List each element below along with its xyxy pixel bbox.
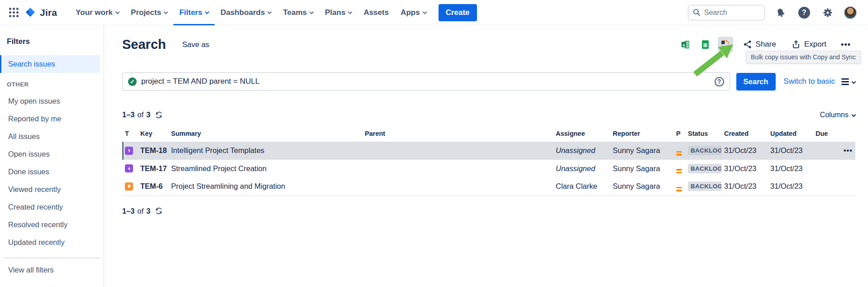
sidebar-item-updated-recently[interactable]: Updated recently <box>0 234 100 251</box>
priority-medium-icon <box>676 151 682 156</box>
priority-medium-icon <box>676 187 682 191</box>
sidebar-item-my-open-issues[interactable]: My open issues <box>0 92 100 110</box>
create-button[interactable]: Create <box>439 4 477 21</box>
chevron-down-icon <box>164 10 168 14</box>
issue-summary[interactable]: Intelligent Project Templates <box>168 142 362 160</box>
col-header-type[interactable]: T <box>122 127 138 142</box>
col-header-priority[interactable]: P <box>673 127 685 142</box>
brand-name: Jira <box>40 7 57 18</box>
nav-item-your-work[interactable]: Your work <box>70 0 125 25</box>
priority-medium-icon <box>676 169 682 173</box>
issue-summary[interactable]: Project Streamlining and Migration <box>168 177 362 196</box>
col-header-status[interactable]: Status <box>685 127 721 142</box>
nav-item-teams[interactable]: Teams <box>277 0 319 25</box>
share-icon <box>743 40 752 49</box>
sidebar-title: Filters <box>0 37 100 55</box>
issue-key[interactable]: TEM-17 <box>138 160 168 178</box>
refresh-button[interactable] <box>155 207 163 215</box>
google-sheets-icon <box>701 40 710 49</box>
search-button[interactable]: Search <box>736 73 776 91</box>
jira-logo[interactable]: Jira <box>25 7 57 19</box>
global-search[interactable] <box>688 5 765 20</box>
issue-due <box>813 177 841 196</box>
col-header-summary[interactable]: Summary <box>168 127 362 142</box>
refresh-button[interactable] <box>155 111 163 119</box>
refresh-icon <box>155 207 163 215</box>
notifications-button[interactable] <box>773 5 788 20</box>
export-sheets-button[interactable] <box>698 37 713 52</box>
issue-updated: 31/Oct/23 <box>768 177 813 196</box>
col-header-key[interactable]: Key <box>138 127 168 142</box>
help-button[interactable]: ? <box>796 5 812 20</box>
export-excel-button[interactable]: X <box>678 37 693 52</box>
nav-item-filters[interactable]: Filters <box>173 0 215 25</box>
row-actions-button[interactable]: ••• <box>844 147 853 155</box>
switch-to-basic-link[interactable]: Switch to basic <box>784 77 835 86</box>
header-actions: X <box>678 36 855 53</box>
view-options-button[interactable] <box>841 78 855 85</box>
chevron-down-icon <box>205 10 210 14</box>
jql-query-text[interactable]: project = TEM AND parent = NULL <box>141 77 710 86</box>
issue-due <box>813 160 841 178</box>
nav-item-projects[interactable]: Projects <box>125 0 173 25</box>
bulk-copy-tooltip: Bulk copy issues with Copy and Sync <box>746 51 861 63</box>
issue-created: 31/Oct/23 <box>721 177 768 196</box>
nav-item-apps[interactable]: Apps <box>395 0 432 25</box>
sidebar-item-view-all-filters[interactable]: View all filters <box>0 261 100 279</box>
jql-input[interactable]: ✓ project = TEM AND parent = NULL ? <box>122 72 730 91</box>
search-input[interactable] <box>704 9 754 17</box>
nav-item-dashboards[interactable]: Dashboards <box>215 0 277 25</box>
col-header-reporter[interactable]: Reporter <box>610 127 673 142</box>
sidebar-item-done-issues[interactable]: Done issues <box>0 163 100 181</box>
issue-due <box>813 142 841 160</box>
chevron-down-icon <box>267 10 272 14</box>
issue-key[interactable]: TEM-18 <box>138 142 168 160</box>
results-count-bottom: 1–3 of 3 <box>122 207 855 215</box>
issues-table: T Key Summary Parent Assignee Reporter P… <box>122 127 855 196</box>
issue-key[interactable]: TEM-6 <box>138 177 168 196</box>
more-menu-button[interactable]: ••• <box>836 37 855 52</box>
chevron-down-icon <box>852 79 856 84</box>
col-header-assignee[interactable]: Assignee <box>553 127 610 142</box>
epic-issue-type-icon <box>125 147 133 155</box>
bulk-copy-button[interactable] <box>718 37 733 52</box>
sidebar-item-viewed-recently[interactable]: Viewed recently <box>0 181 100 198</box>
issue-reporter: Sunny Sagara <box>610 177 673 196</box>
nav-item-plans[interactable]: Plans <box>319 0 358 25</box>
app-switcher-icon[interactable] <box>9 8 19 17</box>
user-avatar[interactable] <box>844 6 857 19</box>
col-header-updated[interactable]: Updated <box>768 127 813 142</box>
search-icon <box>693 9 701 16</box>
col-header-due[interactable]: Due <box>813 127 841 142</box>
svg-text:X: X <box>682 42 686 47</box>
columns-dropdown[interactable]: Columns <box>820 111 855 119</box>
table-row[interactable]: TEM-6 Project Streamlining and Migration… <box>122 177 855 196</box>
help-icon: ? <box>798 7 810 19</box>
nav-item-assets[interactable]: Assets <box>358 0 395 25</box>
list-view-icon <box>841 78 849 85</box>
sidebar-item-resolved-recently[interactable]: Resolved recently <box>0 216 100 234</box>
notification-bell-icon <box>774 5 787 19</box>
issue-created: 31/Oct/23 <box>721 160 768 178</box>
sidebar-item-open-issues[interactable]: Open issues <box>0 145 100 163</box>
sidebar-item-created-recently[interactable]: Created recently <box>0 198 100 216</box>
sidebar-item-reported-by-me[interactable]: Reported by me <box>0 110 100 128</box>
share-button[interactable]: Share <box>738 36 782 53</box>
col-header-parent[interactable]: Parent <box>362 127 553 142</box>
issue-updated: 31/Oct/23 <box>768 142 813 160</box>
jql-help-icon[interactable]: ? <box>715 77 724 86</box>
table-row[interactable]: TEM-17 Streamlined Project Creation Unas… <box>122 160 855 178</box>
bulk-copy-icon <box>720 39 730 50</box>
nav-right-group: ? <box>688 5 857 20</box>
sidebar-item-all-issues[interactable]: All issues <box>0 128 100 145</box>
issue-summary[interactable]: Streamlined Project Creation <box>168 160 362 178</box>
save-as-button[interactable]: Save as <box>178 37 214 53</box>
issue-assignee: Unassigned <box>553 160 610 178</box>
settings-button[interactable] <box>820 5 835 20</box>
excel-icon: X <box>681 40 690 49</box>
main-content: Search Save as X <box>104 25 868 287</box>
col-header-created[interactable]: Created <box>721 127 768 142</box>
sidebar-item-search-issues[interactable]: Search issues <box>0 55 100 73</box>
export-button[interactable]: Export <box>786 36 832 53</box>
table-row[interactable]: TEM-18 Intelligent Project Templates Una… <box>122 142 855 160</box>
